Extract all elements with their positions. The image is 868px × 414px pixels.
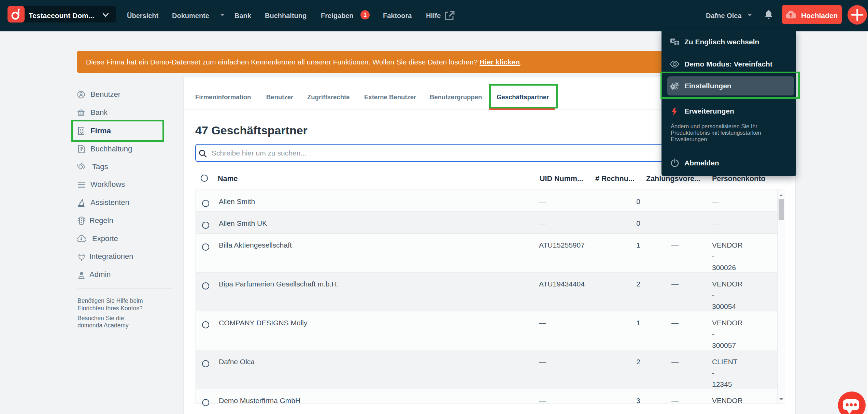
- svg-text:文: 文: [675, 41, 679, 45]
- svg-text:A: A: [671, 39, 674, 43]
